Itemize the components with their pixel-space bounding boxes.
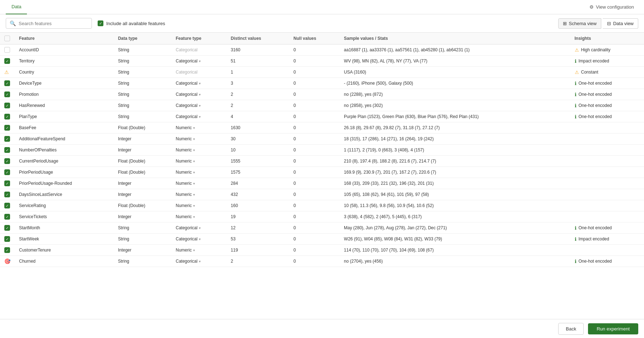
schema-view-button[interactable]: ⊞ Schema view bbox=[558, 18, 601, 29]
row-check-cell[interactable] bbox=[0, 222, 15, 234]
include-all-checkbox[interactable] bbox=[98, 20, 103, 26]
feature-type-dropdown[interactable]: ▾ bbox=[193, 159, 195, 163]
insight-cell: ℹOne-hot encoded bbox=[575, 81, 640, 86]
null-values: 0 bbox=[289, 111, 340, 122]
feature-type-dropdown[interactable]: ▾ bbox=[199, 93, 201, 97]
feature-name: Country bbox=[15, 67, 114, 78]
row-check-cell[interactable] bbox=[0, 200, 15, 211]
row-check-cell[interactable] bbox=[0, 178, 15, 189]
row-checkbox[interactable] bbox=[4, 125, 10, 131]
sample-values: - (2160), iPhone (500), Galaxy (500) bbox=[340, 78, 570, 89]
table-icon: ⊟ bbox=[607, 21, 611, 26]
row-check-cell[interactable] bbox=[0, 189, 15, 200]
feature-type-dropdown[interactable]: ▾ bbox=[199, 226, 201, 230]
data-view-button[interactable]: ⊟ Data view bbox=[603, 18, 638, 29]
feature-type-dropdown[interactable]: ▾ bbox=[199, 115, 201, 119]
row-check-cell[interactable] bbox=[0, 245, 15, 256]
info-icon: ℹ bbox=[575, 81, 577, 86]
row-checkbox[interactable] bbox=[4, 192, 10, 197]
row-checkbox[interactable] bbox=[4, 114, 10, 119]
info-icon: ℹ bbox=[575, 114, 577, 119]
null-values: 0 bbox=[289, 189, 340, 200]
row-check-cell[interactable] bbox=[0, 44, 15, 56]
feature-name: Territory bbox=[15, 56, 114, 67]
feature-type-dropdown[interactable]: ▾ bbox=[193, 193, 195, 197]
feature-type-dropdown[interactable]: ▾ bbox=[199, 104, 201, 108]
insights bbox=[570, 122, 644, 133]
feature-name: CurrentPeriodUsage bbox=[15, 156, 114, 167]
run-experiment-button[interactable]: Run experiment bbox=[588, 323, 638, 334]
row-checkbox[interactable] bbox=[4, 147, 10, 153]
feature-type-dropdown[interactable]: ▾ bbox=[193, 204, 195, 208]
feature-type-dropdown[interactable]: ▾ bbox=[193, 148, 195, 152]
data-type: String bbox=[114, 256, 172, 267]
insight-text: One-hot encoded bbox=[579, 114, 612, 119]
header-checkbox[interactable] bbox=[4, 36, 10, 41]
feature-type-dropdown[interactable]: ▾ bbox=[193, 215, 195, 219]
feature-type: Numeric ▾ bbox=[171, 167, 226, 178]
row-check-cell[interactable] bbox=[0, 211, 15, 222]
data-type: Float (Double) bbox=[114, 122, 172, 133]
feature-type-dropdown[interactable]: ▾ bbox=[199, 237, 201, 241]
distinct-values: 284 bbox=[227, 178, 289, 189]
table-row: 🎯 Churned String Categorical ▾ 2 0 no (2… bbox=[0, 256, 644, 267]
row-checkbox[interactable] bbox=[4, 203, 10, 208]
row-checkbox[interactable] bbox=[4, 47, 10, 53]
row-check-cell[interactable] bbox=[0, 145, 15, 156]
row-check-cell[interactable] bbox=[0, 133, 15, 145]
top-bar: Data ⚙ View configuration bbox=[0, 0, 644, 14]
row-checkbox[interactable] bbox=[4, 214, 10, 220]
feature-type-dropdown[interactable]: ▾ bbox=[193, 137, 195, 141]
data-type: String bbox=[114, 100, 172, 111]
row-checkbox[interactable] bbox=[4, 247, 10, 253]
feature-type: Numeric ▾ bbox=[171, 200, 226, 211]
table-row: CurrentPeriodUsage Float (Double) Numeri… bbox=[0, 156, 644, 167]
table-row: ServiceTickets Integer Numeric ▾ 19 0 3 … bbox=[0, 211, 644, 222]
feature-type-dropdown[interactable]: ▾ bbox=[199, 59, 201, 63]
sample-values: 10 (58), 11.3 (56), 9.8 (56), 10.9 (54),… bbox=[340, 200, 570, 211]
feature-type-dropdown[interactable]: ▾ bbox=[193, 248, 195, 252]
include-all-container[interactable]: Include all available features bbox=[98, 20, 165, 26]
row-checkbox[interactable] bbox=[4, 236, 10, 242]
row-check-cell[interactable] bbox=[0, 111, 15, 122]
feature-type-dropdown[interactable]: ▾ bbox=[193, 182, 195, 186]
sample-values: USA (3160) bbox=[340, 67, 570, 78]
row-check-cell[interactable] bbox=[0, 100, 15, 111]
row-checkbox[interactable] bbox=[4, 158, 10, 164]
back-button[interactable]: Back bbox=[558, 323, 584, 335]
search-input[interactable] bbox=[19, 21, 88, 26]
null-values: 0 bbox=[289, 156, 340, 167]
row-check-cell[interactable] bbox=[0, 56, 15, 67]
row-check-cell[interactable] bbox=[0, 122, 15, 133]
table-row: StartWeek String Categorical ▾ 53 0 W26 … bbox=[0, 234, 644, 245]
row-checkbox[interactable] bbox=[4, 91, 10, 97]
row-checkbox[interactable] bbox=[4, 80, 10, 86]
table-row: DaysSinceLastService Integer Numeric ▾ 4… bbox=[0, 189, 644, 200]
null-values: 0 bbox=[289, 78, 340, 89]
row-check-cell[interactable] bbox=[0, 89, 15, 100]
row-checkbox[interactable] bbox=[4, 103, 10, 108]
row-checkbox[interactable] bbox=[4, 136, 10, 142]
row-checkbox[interactable] bbox=[4, 180, 10, 186]
insight-cell: ⚠Constant bbox=[575, 70, 640, 75]
data-type: String bbox=[114, 56, 172, 67]
row-checkbox[interactable] bbox=[4, 169, 10, 175]
feature-type-dropdown[interactable]: ▾ bbox=[193, 126, 195, 130]
row-check-cell[interactable] bbox=[0, 167, 15, 178]
row-check-cell[interactable] bbox=[0, 78, 15, 89]
tab-data[interactable]: Data bbox=[6, 0, 27, 14]
row-check-cell: 🎯 bbox=[0, 256, 15, 267]
feature-type-dropdown[interactable]: ▾ bbox=[193, 170, 195, 174]
search-box[interactable]: 🔍 bbox=[6, 18, 92, 29]
table-row: PriorPeriodUsage-Rounded Integer Numeric… bbox=[0, 178, 644, 189]
feature-type-dropdown[interactable]: ▾ bbox=[199, 259, 201, 263]
view-config-button[interactable]: ⚙ View configuration bbox=[585, 2, 638, 12]
insight-cell: ℹImpact encoded bbox=[575, 58, 640, 64]
feature-type-dropdown[interactable]: ▾ bbox=[199, 81, 201, 85]
feature-type: Categorical ▾ bbox=[171, 111, 226, 122]
row-checkbox[interactable] bbox=[4, 225, 10, 231]
row-check-cell[interactable] bbox=[0, 234, 15, 245]
row-checkbox[interactable] bbox=[4, 58, 10, 64]
row-check-cell[interactable] bbox=[0, 156, 15, 167]
data-type: String bbox=[114, 67, 172, 78]
